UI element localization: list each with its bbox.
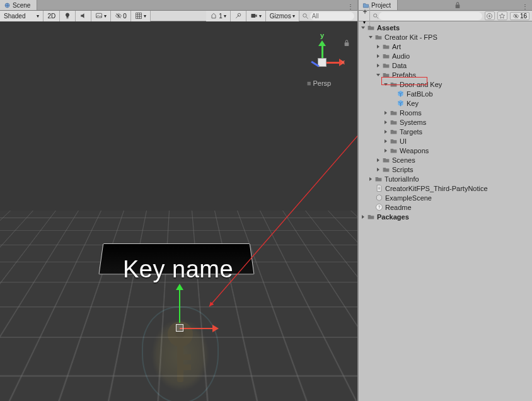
toggle-lighting-button[interactable] [60,11,76,21]
file-readme[interactable]: ?Readme [359,202,532,212]
toggle-audio-button[interactable] [76,11,91,21]
twisty-open-icon[interactable] [375,72,381,78]
folder-prefabs[interactable]: Prefabs [359,70,532,79]
twisty-closed-icon[interactable] [360,214,366,220]
folder-systems[interactable]: Systems [359,117,532,127]
folder-ui[interactable]: UI [359,136,532,146]
folder-packages[interactable]: Packages [359,212,532,221]
folder-creator-kit[interactable]: Creator Kit - FPS [359,32,532,42]
shading-mode-label: Shaded [4,13,25,20]
gizmos-dropdown[interactable]: Gizmos ▾ [266,11,299,21]
folder-audio[interactable]: Audio [359,51,532,61]
folder-label: Packages [377,213,409,221]
folder-assets[interactable]: Assets [359,23,532,32]
axis-y[interactable] [321,44,323,58]
twisty-closed-icon[interactable] [383,148,389,154]
camera-mode-button[interactable]: 1 ▾ [206,11,231,21]
axis-x[interactable] [327,62,340,64]
grid-toggle-button[interactable]: ▾ [131,11,151,21]
twisty-closed-icon[interactable] [375,157,381,163]
toggle-2d-button[interactable]: 2D [43,11,60,21]
twisty-closed-icon[interactable] [367,176,374,182]
search-icon [373,13,379,20]
folder-label: Weapons [400,147,429,154]
prefab-fatblob[interactable]: FatBLob [359,89,532,98]
scene-icon [4,2,11,9]
text-file-icon [375,184,383,192]
folder-weapons[interactable]: Weapons [359,146,532,155]
folder-icon [390,108,398,117]
svg-rect-12 [455,4,460,8]
file-notice[interactable]: CreatorKitFPS_Third-PartyNotice [359,183,532,193]
toggle-fx-button[interactable]: ▾ [91,11,111,21]
project-lock-icon[interactable] [451,1,465,10]
filter-by-type-button[interactable] [485,11,495,20]
twisty-closed-icon[interactable] [375,166,381,173]
twisty-closed-icon[interactable] [375,53,381,59]
scene-viewport[interactable]: Key name y x P [0,21,357,401]
filter-icon [486,13,493,20]
folder-scenes[interactable]: Scenes [359,155,532,165]
camera-preview-button[interactable]: ▾ [246,11,266,21]
axis-y-label: y [320,32,324,39]
object-label: Key name [123,256,233,283]
prefab-key[interactable]: Key [359,98,532,108]
folder-scripts[interactable]: Scripts [359,165,532,174]
hidden-count: 16 [520,13,527,20]
move-gizmo[interactable] [173,285,217,335]
folder-targets[interactable]: Targets [359,127,532,136]
twisty-closed-icon[interactable] [383,119,389,125]
axis-x-label: x [341,58,345,66]
scene-search-input[interactable] [310,12,354,20]
twisty-open-icon[interactable] [367,34,374,40]
item-label: FatBLob [407,90,433,98]
folder-icon [390,118,398,126]
gizmo-center[interactable] [176,324,183,332]
axis-y-head[interactable] [318,40,326,46]
file-examplescene[interactable]: ExampleScene [359,193,532,202]
gizmo-x-head[interactable] [212,325,219,332]
folder-art[interactable]: Art [359,42,532,51]
twisty-open-icon[interactable] [383,81,389,88]
camera-step: 1 [219,13,223,20]
tools-button[interactable] [231,11,246,21]
folder-icon [382,61,390,69]
audio-icon [79,12,87,20]
twisty-closed-icon[interactable] [375,44,381,50]
shading-mode-dropdown[interactable]: Shaded ▾ [0,11,43,21]
projection-label[interactable]: Persp [307,79,331,87]
scene-search[interactable] [299,12,357,20]
twisty-closed-icon[interactable] [383,129,389,135]
twisty-closed-icon[interactable] [383,110,389,116]
orientation-gizmo[interactable]: y x Persp [303,43,347,100]
tab-context-icon[interactable]: ⋮ [344,3,357,10]
grid-icon [135,12,142,20]
folder-rooms[interactable]: Rooms [359,108,532,117]
prefab-icon [396,99,405,107]
hidden-objects-toggle[interactable]: 16 [510,12,529,20]
gizmo-y-head[interactable] [176,284,183,290]
folder-icon [367,212,375,221]
folder-tutorialinfo[interactable]: TutorialInfo [359,174,532,183]
toggle-visibility-button[interactable]: 0 [111,11,131,21]
twisty-open-icon[interactable] [360,25,366,31]
folder-icon [374,33,383,41]
folder-data[interactable]: Data [359,61,532,70]
lock-icon[interactable] [344,39,350,47]
scene-tab[interactable]: Scene [0,0,37,10]
project-search-input[interactable] [379,12,482,20]
project-search[interactable] [373,12,482,20]
project-context-icon[interactable]: ⋮ [518,3,532,10]
eye-off-icon [115,12,122,20]
twisty-closed-icon[interactable] [375,62,381,69]
readme-icon: ? [375,203,383,211]
svg-text:?: ? [378,205,381,209]
project-tree[interactable]: Assets Creator Kit - FPS Art Audio Data [359,21,532,401]
twisty-closed-icon[interactable] [383,138,389,144]
folder-door-and-key[interactable]: Door and Key [359,79,532,89]
folder-label: Creator Kit - FPS [385,33,437,41]
favorite-filter-button[interactable] [497,11,507,20]
gizmo-x-axis[interactable] [180,328,215,329]
folder-icon [390,146,398,154]
gizmo-y-axis[interactable] [179,285,180,323]
